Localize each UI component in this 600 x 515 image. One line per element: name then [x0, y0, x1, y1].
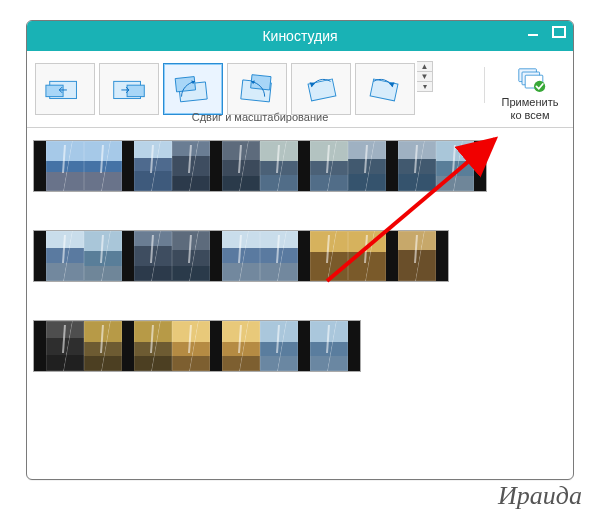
effect-pan-right[interactable] [99, 63, 159, 115]
timeline-row [33, 138, 567, 194]
clip-thumbnail[interactable] [222, 321, 260, 371]
clip-group[interactable] [33, 230, 449, 282]
clip-edge [436, 231, 448, 281]
clip-thumbnail[interactable] [436, 141, 474, 191]
clip-thumbnail[interactable] [310, 321, 348, 371]
clip-group[interactable] [33, 320, 361, 372]
effect-pan-left[interactable] [35, 63, 95, 115]
clip-edge [386, 231, 398, 281]
clip-thumbnail[interactable] [84, 231, 122, 281]
window-controls [525, 25, 567, 39]
zoom-in-tilt-icon [172, 71, 214, 107]
clip-edge [34, 231, 46, 281]
apply-to-all-label: Применить ко всем [502, 96, 559, 122]
clip-edge [386, 141, 398, 191]
clip-thumbnail[interactable] [348, 141, 386, 191]
clip-group[interactable] [33, 140, 487, 192]
svg-rect-3 [127, 85, 144, 96]
clip-thumbnail[interactable] [348, 231, 386, 281]
clip-edge [298, 231, 310, 281]
clip-edge [122, 141, 134, 191]
timeline-row [33, 228, 567, 284]
timeline [27, 128, 573, 418]
clip-thumbnail[interactable] [172, 141, 210, 191]
clip-thumbnail[interactable] [398, 231, 436, 281]
ribbon-separator [484, 67, 485, 103]
effect-rotate-right[interactable] [355, 63, 415, 115]
clip-thumbnail[interactable] [172, 321, 210, 371]
clip-thumbnail[interactable] [398, 141, 436, 191]
svg-rect-9 [370, 79, 398, 101]
clip-thumbnail[interactable] [46, 141, 84, 191]
clip-thumbnail[interactable] [46, 321, 84, 371]
gallery-scroll-up[interactable]: ▲ [417, 62, 432, 72]
clip-thumbnail[interactable] [134, 231, 172, 281]
minimize-button[interactable] [525, 25, 541, 39]
zoom-out-rotate-icon [236, 71, 278, 107]
ribbon-group-label: Сдвиг и масштабирование [27, 111, 493, 123]
effect-zoom-out-rotate[interactable] [227, 63, 287, 115]
window-title: Киностудия [262, 28, 337, 44]
clip-edge [34, 321, 46, 371]
clip-edge [122, 231, 134, 281]
clip-edge [210, 141, 222, 191]
timeline-row [33, 318, 567, 374]
clip-thumbnail[interactable] [222, 231, 260, 281]
clip-edge [122, 321, 134, 371]
clip-edge [34, 141, 46, 191]
clip-thumbnail[interactable] [260, 231, 298, 281]
titlebar: Киностудия [27, 21, 573, 51]
clip-thumbnail[interactable] [310, 231, 348, 281]
clip-edge [474, 141, 486, 191]
gallery-scroll: ▲ ▼ ▾ [417, 61, 433, 92]
clip-edge [210, 321, 222, 371]
maximize-button[interactable] [551, 25, 567, 39]
clip-thumbnail[interactable] [84, 321, 122, 371]
gallery-expand[interactable]: ▾ [417, 82, 432, 91]
effects-gallery [33, 61, 417, 117]
apply-to-all-button[interactable]: Применить ко всем [493, 61, 567, 123]
clip-edge [298, 321, 310, 371]
watermark: Ираида [498, 481, 582, 511]
clip-thumbnail[interactable] [134, 321, 172, 371]
svg-rect-5 [175, 77, 195, 92]
app-window: Киностудия ▲ ▼ ▾ Сдвиг и масштабирование [26, 20, 574, 480]
clip-thumbnail[interactable] [84, 141, 122, 191]
svg-rect-8 [308, 79, 336, 101]
clip-edge [298, 141, 310, 191]
clip-edge [210, 231, 222, 281]
clip-thumbnail[interactable] [222, 141, 260, 191]
rotate-right-icon [364, 71, 406, 107]
clip-edge [348, 321, 360, 371]
clip-thumbnail[interactable] [134, 141, 172, 191]
clip-thumbnail[interactable] [310, 141, 348, 191]
clip-thumbnail[interactable] [260, 321, 298, 371]
clip-thumbnail[interactable] [46, 231, 84, 281]
gallery-scroll-down[interactable]: ▼ [417, 72, 432, 82]
pan-left-icon [44, 71, 86, 107]
effect-zoom-in-tilt[interactable] [163, 63, 223, 115]
clip-thumbnail[interactable] [172, 231, 210, 281]
apply-to-all-icon [514, 66, 546, 94]
clip-thumbnail[interactable] [260, 141, 298, 191]
rotate-left-icon [300, 71, 342, 107]
effect-rotate-left[interactable] [291, 63, 351, 115]
pan-right-icon [108, 71, 150, 107]
ribbon: ▲ ▼ ▾ Сдвиг и масштабирование Применить … [27, 51, 573, 128]
